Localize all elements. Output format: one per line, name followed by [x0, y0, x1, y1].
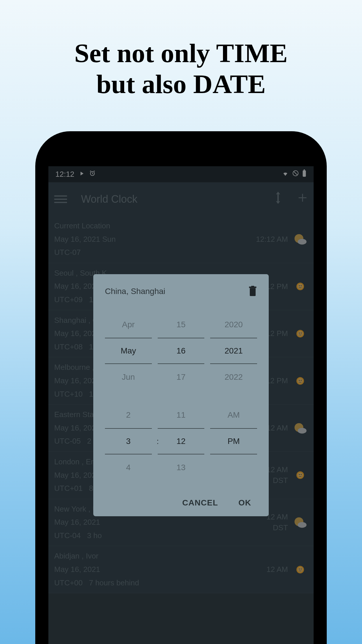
- year-next[interactable]: 2022: [210, 364, 257, 390]
- ampm-next[interactable]: [210, 454, 257, 481]
- datetime-picker-dialog: China, Shanghai Apr May Jun 15 16 17 202…: [93, 274, 269, 516]
- phone-frame: 12:12 Worl: [35, 131, 327, 644]
- day-picker[interactable]: 15 16 17: [158, 312, 205, 390]
- ampm-selected[interactable]: PM: [210, 428, 257, 454]
- hour-next[interactable]: 4: [105, 454, 152, 481]
- month-picker[interactable]: Apr May Jun: [105, 312, 152, 390]
- svg-rect-33: [251, 286, 254, 287]
- date-picker-row: Apr May Jun 15 16 17 2020 2021 2022: [105, 312, 257, 390]
- ampm-prev[interactable]: AM: [210, 402, 257, 428]
- marketing-headline: Set not only TIME but also DATE: [0, 0, 362, 100]
- ampm-picker[interactable]: AM PM: [210, 402, 257, 481]
- hour-picker[interactable]: 2 3 4: [105, 402, 152, 481]
- minute-selected[interactable]: 12: [158, 428, 205, 454]
- month-selected[interactable]: May: [105, 338, 152, 364]
- time-picker-row: 2 3 4 : 11 12 13 AM PM: [105, 402, 257, 481]
- year-selected[interactable]: 2021: [210, 338, 257, 364]
- dialog-title: China, Shanghai: [105, 287, 165, 296]
- day-next[interactable]: 17: [158, 364, 205, 390]
- day-prev[interactable]: 15: [158, 312, 205, 338]
- svg-rect-31: [250, 288, 256, 296]
- trash-icon[interactable]: [248, 286, 257, 297]
- ok-button[interactable]: OK: [238, 498, 251, 508]
- headline-line2: but also DATE: [0, 69, 362, 100]
- cancel-button[interactable]: CANCEL: [182, 498, 218, 508]
- month-prev[interactable]: Apr: [105, 312, 152, 338]
- minute-prev[interactable]: 11: [158, 402, 205, 428]
- phone-screen: 12:12 Worl: [48, 166, 314, 644]
- year-picker[interactable]: 2020 2021 2022: [210, 312, 257, 390]
- day-selected[interactable]: 16: [158, 338, 205, 364]
- hour-prev[interactable]: 2: [105, 402, 152, 428]
- minute-next[interactable]: 13: [158, 454, 205, 481]
- headline-line1: Set not only TIME: [0, 38, 362, 69]
- year-prev[interactable]: 2020: [210, 312, 257, 338]
- time-colon: :: [157, 437, 159, 446]
- minute-picker[interactable]: 11 12 13: [158, 402, 205, 481]
- hour-selected[interactable]: 3: [105, 428, 152, 454]
- month-next[interactable]: Jun: [105, 364, 152, 390]
